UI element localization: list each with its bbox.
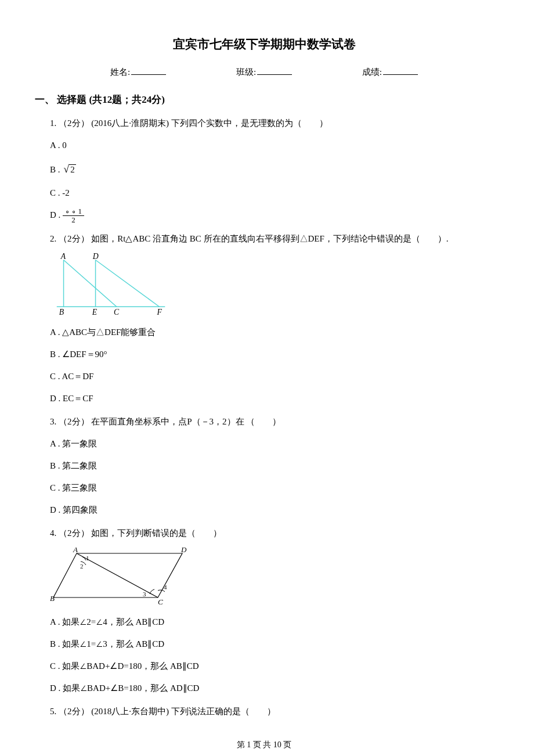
q4-optA: A . 如果∠2=∠4，那么 AB∥CD (50, 613, 493, 631)
q2-optB: B . ∠DEF＝90° (50, 345, 493, 363)
student-info-row: 姓名: 班级: 成绩: (35, 65, 493, 79)
q1-optC: C . -2 (50, 184, 493, 201)
class-label: 班级: (236, 65, 256, 79)
svg-text:C: C (114, 308, 120, 315)
q2-optA: A . △ABC与△DEF能够重合 (50, 323, 493, 341)
q4-figure: A D B C 1 2 3 4 (50, 546, 493, 609)
svg-text:D: D (181, 546, 187, 554)
q1-optB-prefix: B . (50, 165, 62, 174)
q1-optD-prefix: D . (50, 210, 63, 219)
name-blank[interactable] (131, 66, 166, 75)
sqrt-2-icon: 2 (62, 159, 75, 179)
name-label: 姓名: (110, 65, 130, 79)
q4-stem: 4. （2分） 如图，下列判断错误的是（ ） (50, 524, 493, 542)
q2-optD: D . EC＝CF (50, 390, 493, 407)
fraction-icon: ∘ ∘ 1 2 (63, 207, 84, 225)
section-heading: 一、 选择题 (共12题；共24分) (35, 92, 493, 107)
q3-stem: 3. （2分） 在平面直角坐标系中，点P（－3，2）在 （ ） (50, 413, 493, 430)
score-blank[interactable] (383, 66, 418, 75)
q4-optD: D . 如果∠BAD+∠B=180，那么 AD∥CD (50, 679, 493, 697)
exam-title: 宜宾市七年级下学期期中数学试卷 (35, 35, 493, 55)
svg-text:1: 1 (86, 555, 89, 561)
name-field: 姓名: (110, 65, 166, 79)
svg-text:3: 3 (143, 591, 146, 597)
svg-text:B: B (50, 594, 55, 603)
q3-optD: D . 第四象限 (50, 501, 493, 519)
svg-text:A: A (73, 546, 78, 554)
class-blank[interactable] (257, 66, 292, 75)
q2-stem: 2. （2分） 如图，Rt△ABC 沿直角边 BC 所在的直线向右平移得到△DE… (50, 230, 493, 247)
q4-optC: C . 如果∠BAD+∠D=180，那么 AB∥CD (50, 657, 493, 675)
parallelogram-diagram-icon: A D B C 1 2 3 4 (50, 546, 189, 604)
q5-stem: 5. （2分） (2018八上·东台期中) 下列说法正确的是（ ） (50, 703, 493, 720)
svg-text:A: A (60, 252, 66, 261)
class-field: 班级: (236, 65, 292, 79)
page-footer: 第 1 页 共 10 页 (35, 739, 493, 751)
q3-optC: C . 第三象限 (50, 479, 493, 496)
q3-optB: B . 第二象限 (50, 457, 493, 474)
svg-line-2 (64, 260, 117, 307)
q2-figure: A D B E C F (50, 252, 493, 319)
q3-optA: A . 第一象限 (50, 435, 493, 452)
svg-text:C: C (158, 597, 163, 604)
q1-optB: B . 2 (50, 159, 493, 179)
q1-optD: D . ∘ ∘ 1 2 (50, 206, 493, 224)
score-label: 成绩: (362, 65, 382, 79)
q1-optA: A . 0 (50, 136, 493, 154)
q2-optC: C . AC＝DF (50, 368, 493, 385)
svg-text:E: E (92, 308, 98, 315)
triangle-diagram-icon: A D B E C F (50, 252, 175, 315)
svg-text:D: D (92, 252, 99, 261)
svg-text:F: F (157, 308, 163, 315)
q4-optB: B . 如果∠1=∠3，那么 AB∥CD (50, 635, 493, 653)
svg-text:2: 2 (80, 563, 84, 570)
svg-line-4 (96, 260, 160, 307)
svg-text:4: 4 (164, 584, 167, 591)
q1-stem: 1. （2分） (2016八上·淮阴期末) 下列四个实数中，是无理数的为（ ） (50, 114, 493, 132)
score-field: 成绩: (362, 65, 418, 79)
svg-text:B: B (59, 308, 64, 315)
